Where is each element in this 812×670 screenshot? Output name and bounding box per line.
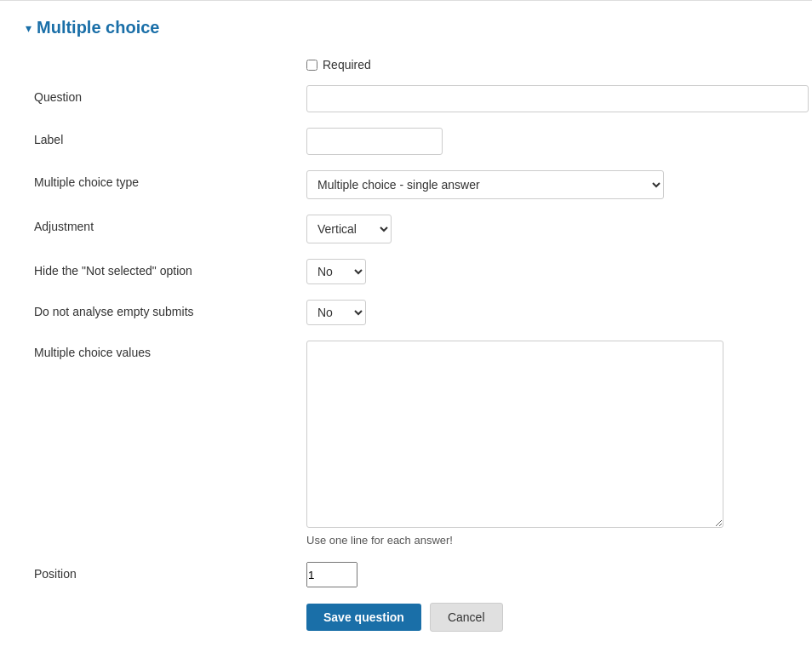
do-not-analyse-select[interactable]: No Yes bbox=[306, 300, 366, 325]
hide-not-selected-row: Hide the "Not selected" option No Yes bbox=[34, 259, 786, 284]
required-checkbox[interactable] bbox=[306, 60, 317, 71]
section-header[interactable]: ▾ Multiple choice bbox=[26, 18, 786, 37]
question-input[interactable] bbox=[306, 85, 809, 112]
position-label: Position bbox=[34, 562, 306, 581]
required-label[interactable]: Required bbox=[323, 58, 371, 72]
position-input[interactable] bbox=[306, 562, 357, 587]
adjustment-select[interactable]: Vertical Horizontal bbox=[306, 215, 392, 243]
position-row: Position bbox=[34, 562, 786, 587]
hide-not-selected-select[interactable]: No Yes bbox=[306, 259, 366, 284]
values-textarea[interactable] bbox=[306, 341, 723, 528]
cancel-button[interactable]: Cancel bbox=[430, 603, 503, 632]
type-control: Multiple choice - single answer Multiple… bbox=[306, 170, 786, 199]
hide-not-selected-label: Hide the "Not selected" option bbox=[34, 259, 306, 278]
question-row: Question bbox=[34, 85, 786, 112]
label-control bbox=[306, 128, 786, 155]
chevron-icon: ▾ bbox=[26, 21, 31, 35]
type-label: Multiple choice type bbox=[34, 170, 306, 189]
do-not-analyse-control: No Yes bbox=[306, 300, 786, 325]
adjustment-label: Adjustment bbox=[34, 215, 306, 233]
do-not-analyse-label: Do not analyse empty submits bbox=[34, 300, 306, 318]
values-row: Multiple choice values Use one line for … bbox=[34, 341, 786, 547]
page-container: ▾ Multiple choice Required Question Labe… bbox=[0, 0, 812, 649]
position-control bbox=[306, 562, 786, 587]
adjustment-control: Vertical Horizontal bbox=[306, 215, 786, 243]
save-button[interactable]: Save question bbox=[306, 604, 421, 631]
values-control: Use one line for each answer! bbox=[306, 341, 786, 547]
values-hint: Use one line for each answer! bbox=[306, 534, 786, 547]
do-not-analyse-row: Do not analyse empty submits No Yes bbox=[34, 300, 786, 325]
type-row: Multiple choice type Multiple choice - s… bbox=[34, 170, 786, 199]
label-row: Label bbox=[34, 128, 786, 155]
type-select[interactable]: Multiple choice - single answer Multiple… bbox=[306, 170, 664, 199]
question-label: Question bbox=[34, 85, 306, 104]
label-input[interactable] bbox=[306, 128, 443, 155]
adjustment-row: Adjustment Vertical Horizontal bbox=[34, 215, 786, 243]
button-row: Save question Cancel bbox=[34, 603, 786, 632]
required-row: Required bbox=[34, 58, 786, 72]
hide-not-selected-control: No Yes bbox=[306, 259, 786, 284]
question-control bbox=[306, 85, 809, 112]
values-label: Multiple choice values bbox=[34, 341, 306, 359]
label-field-label: Label bbox=[34, 128, 306, 146]
form-body: Required Question Label Multiple choice … bbox=[26, 58, 786, 632]
section-title: Multiple choice bbox=[37, 18, 159, 37]
